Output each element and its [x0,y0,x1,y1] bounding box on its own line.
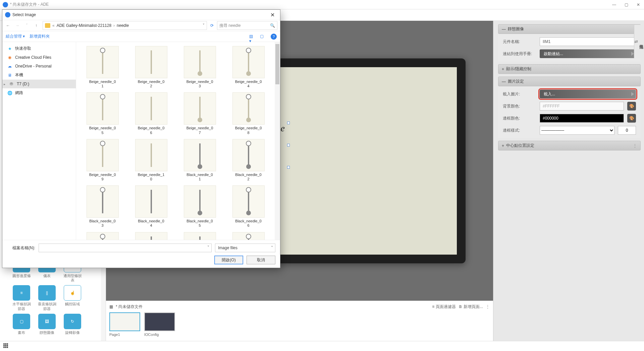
file-item[interactable]: Beige_needle_07 [176,91,223,136]
file-item[interactable]: Black_needle_04 [127,184,175,229]
file-item[interactable]: Black_needle_07 [79,231,126,240]
window-title: * 尚未儲存文件 - ADE [10,2,611,7]
maximize-button[interactable]: ▢ [623,2,629,7]
file-item[interactable]: Beige_needle_09 [79,138,126,183]
border-style-select[interactable]: ──────── [540,126,614,135]
filename-input[interactable]: ˅ [39,244,212,252]
widget-static-image[interactable]: 🖼靜態圖像 [36,314,58,335]
dialog-app-icon [5,12,10,17]
preview-pane-icon[interactable]: ▢ [260,34,266,39]
cancel-button[interactable]: 取消 [247,256,275,264]
close-button[interactable]: ✕ [635,2,641,7]
resize-handle-mr[interactable] [287,144,290,146]
border-color-input[interactable]: #000000 [540,114,624,123]
dialog-close-button[interactable]: ✕ [267,12,277,18]
section-show-hide[interactable]: +顯示/隱藏控制 [498,64,641,74]
file-item[interactable]: Black_needle_10 [225,231,272,240]
filename-label: 檔案名稱(N): [7,245,35,251]
file-item[interactable]: Beige_needle_04 [225,45,272,90]
file-item[interactable]: Beige_needle_05 [79,91,126,136]
side-tab-toggle-icon[interactable]: ⇅ [634,40,638,43]
sidebar-item-本機[interactable]: 🖥本機 [2,71,76,80]
link-manual-button[interactable]: 啟動連結... [540,49,636,58]
page-thumb-1[interactable]: Page1 [109,312,140,337]
file-item[interactable]: Beige_needle_01 [79,45,126,90]
widget-rotate-image[interactable]: ↻旋轉影像 [62,314,83,335]
folder-icon [45,23,50,28]
sidebar-item-t7-(d:)[interactable]: ▸⛃T7 (D:) [2,80,76,88]
resize-handle-br[interactable] [287,166,290,169]
file-item[interactable]: Black_needle_06 [225,184,272,229]
search-icon: 🔍 [270,23,275,28]
resize-handle-tr[interactable] [287,122,290,124]
properties-panel: —靜態圖像 元件名稱: 連結到使用手冊: 啟動連結... +顯示/隱藏控制 —圖… [493,21,644,341]
label-link-manual: 連結到使用手冊: [503,51,536,57]
file-item[interactable]: Black_needle_08 [127,231,175,240]
dialog-title: Select Image [12,12,267,17]
file-grid-scrollbar[interactable] [275,42,280,240]
widget-canvas[interactable]: ▢畫布 [11,314,32,335]
nav-forward-icon[interactable]: → [14,23,20,28]
file-dialog: Select Image ✕ ← → ˅ ↑ « ADE Galley-Mini… [2,9,280,268]
file-item[interactable]: Black_needle_02 [225,138,272,183]
open-button[interactable]: 開啟(O) [214,256,243,264]
organize-menu[interactable]: 組合管理 ▾ [6,34,25,39]
label-border-color: 邊框顏色: [503,116,536,121]
nav-up-icon[interactable]: ↑ [33,23,39,28]
border-color-picker-icon[interactable]: 🎨 [627,114,636,123]
pages-bar: ▦ * 尚未儲存文件 ≡ 頁面過濾器 🗎 新增頁面... ⋮ Page1 IOC… [106,301,493,341]
app-icon [3,2,8,7]
file-item[interactable]: Beige_needle_10 [127,138,175,183]
help-icon[interactable]: ? [271,34,277,40]
widget-touch-area[interactable]: ☝觸控區域 [62,285,83,311]
minimize-button[interactable]: — [611,2,617,7]
file-item[interactable]: Beige_needle_08 [225,91,272,136]
label-load-image: 載入圖片: [503,91,536,97]
doc-tab-label[interactable]: * 尚未儲存文件 [116,304,143,310]
sidebar-item-onedrive---personal[interactable]: ☁OneDrive - Personal [2,62,76,71]
label-bg-color: 背景顏色: [503,103,536,109]
nav-recent-icon[interactable]: ˅ [24,23,30,28]
search-input[interactable]: 搜尋 needle 🔍 [217,21,277,30]
file-item[interactable]: Black_needle_03 [79,184,126,229]
widget-vslider[interactable]: ||垂直條狀調節器 [36,285,58,311]
label-component-name: 元件名稱: [503,39,536,45]
dialog-sidebar: ★快速存取◉Creative Cloud Files☁OneDrive - Pe… [2,42,76,240]
apps-grid-icon[interactable] [3,343,9,349]
section-center[interactable]: +中心點位置設定⋮ [498,141,641,150]
bg-color-picker-icon[interactable]: 🎨 [627,102,636,111]
label-border-style: 邊框樣式: [503,128,536,133]
file-item[interactable]: Beige_needle_06 [127,91,175,136]
load-image-button[interactable]: 載入... [540,90,636,98]
refresh-icon[interactable]: ⟳ [210,23,214,28]
sidebar-item-creative-cloud-files[interactable]: ◉Creative Cloud Files [2,53,76,62]
add-page-link[interactable]: 🗎 新增頁面... [459,304,483,310]
breadcrumb[interactable]: « ADE Galley-Minimalist-221128 › needle … [43,21,207,30]
component-name-input[interactable] [540,37,636,46]
sidebar-item-網路[interactable]: 🌐網路 [2,88,76,97]
sidebar-item-快速存取[interactable]: ★快速存取 [2,44,76,53]
file-item[interactable]: Beige_needle_03 [176,45,223,90]
doc-tab-icon: ▦ [109,304,113,309]
view-mode-icon[interactable]: ▤ ▾ [249,34,255,39]
file-type-filter[interactable]: Image files˅ [215,244,275,252]
page-thumb-2[interactable]: IOConfig [144,312,175,337]
nav-back-icon[interactable]: ← [5,23,11,28]
bg-color-input[interactable] [540,102,624,111]
file-item[interactable]: Black_needle_05 [176,184,223,229]
file-item[interactable]: Beige_needle_02 [127,45,175,90]
new-folder-button[interactable]: 新增資料夾 [30,34,50,39]
file-item[interactable]: Black_needle_01 [176,138,223,183]
page-filter-link[interactable]: ≡ 頁面過濾器 [432,304,455,310]
section-image-settings[interactable]: —圖片設定 [498,77,641,86]
file-grid[interactable]: Beige_needle_01Beige_needle_02Beige_need… [76,42,275,240]
file-item[interactable]: Black_needle_09 [176,231,223,240]
section-static-image[interactable]: —靜態圖像 [498,24,641,34]
border-width-input[interactable] [618,126,636,135]
pages-bar-menu-icon[interactable]: ⋮ [486,304,490,309]
widget-hslider[interactable]: ≡水平條狀調節器 [11,285,32,311]
